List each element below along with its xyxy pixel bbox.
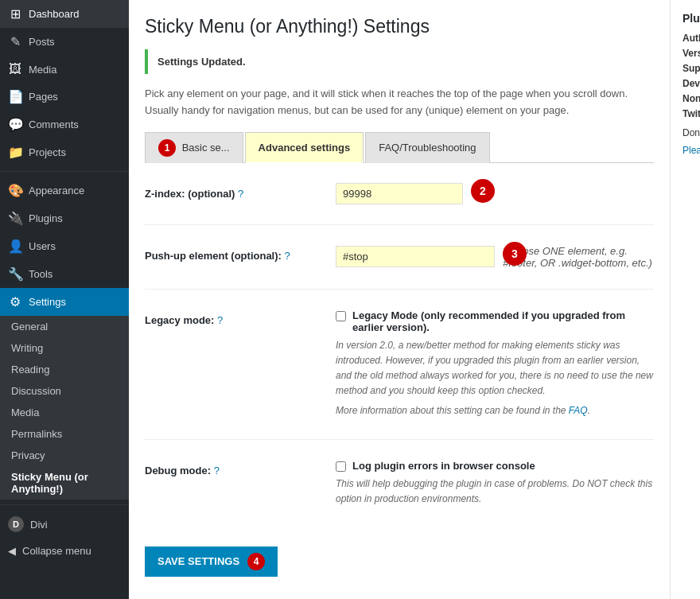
debug-help-link[interactable]: ? bbox=[214, 465, 220, 476]
plugin-version-row: Versi bbox=[682, 48, 700, 59]
sidebar-item-appearance[interactable]: 🎨 Appearance bbox=[0, 177, 129, 204]
legacy-checkbox-row: Legacy Mode (only recommended if you upg… bbox=[336, 309, 654, 333]
pushup-label: Push-up element (optional): ? bbox=[145, 245, 336, 262]
debug-checkbox-row: Log plugin errors in browser console bbox=[336, 460, 654, 472]
divi-icon: D bbox=[8, 516, 24, 532]
tab-basic-label: Basic se... bbox=[182, 142, 230, 154]
sidebar-item-tools[interactable]: 🔧 Tools bbox=[0, 260, 129, 288]
sidebar-sub-writing[interactable]: Writing bbox=[0, 337, 129, 359]
sidebar-item-media[interactable]: 🖼 Media bbox=[0, 56, 129, 83]
sidebar-item-label: Dashboard bbox=[29, 8, 80, 20]
legacy-label: Legacy mode: ? bbox=[145, 309, 336, 326]
debug-label: Debug mode: ? bbox=[145, 460, 336, 476]
debug-checkbox-label: Log plugin errors in browser console bbox=[352, 460, 535, 472]
collapse-icon: ◀ bbox=[8, 545, 16, 557]
debug-checkbox[interactable] bbox=[336, 461, 346, 472]
debug-field: Log plugin errors in browser console Thi… bbox=[336, 460, 654, 507]
tab-basic-badge: 1 bbox=[158, 139, 176, 157]
sidebar-sub-media[interactable]: Media bbox=[0, 402, 129, 423]
zindex-input[interactable] bbox=[336, 183, 463, 204]
main-area: Sticky Menu (or Anything!) Settings Sett… bbox=[129, 0, 700, 599]
sidebar-sub-discussion[interactable]: Discussion bbox=[0, 380, 129, 402]
legacy-checkbox[interactable] bbox=[336, 311, 346, 321]
notice-text: Settings Updated. bbox=[158, 56, 246, 68]
save-badge: 4 bbox=[247, 553, 265, 570]
content-area: Sticky Menu (or Anything!) Settings Sett… bbox=[129, 0, 670, 599]
sidebar-item-dashboard[interactable]: ⊞ Dashboard bbox=[0, 0, 129, 28]
tab-faq[interactable]: FAQ/Troubleshooting bbox=[365, 132, 489, 163]
sidebar-item-label: Plugins bbox=[29, 212, 63, 224]
legacy-help-link[interactable]: ? bbox=[217, 314, 223, 326]
plugins-icon: 🔌 bbox=[8, 211, 22, 226]
media-icon: 🖼 bbox=[8, 62, 22, 76]
sidebar-item-pages[interactable]: 📄 Pages bbox=[0, 83, 129, 111]
collapse-label: Collapse menu bbox=[22, 545, 91, 557]
pushup-row: Push-up element (optional): ? 3 (choose … bbox=[145, 245, 654, 290]
projects-icon: 📁 bbox=[8, 145, 22, 160]
sidebar-item-label: Tools bbox=[29, 268, 52, 280]
debug-description: This will help debugging the plugin in c… bbox=[336, 476, 654, 507]
plugin-non-row: Non- bbox=[682, 93, 700, 104]
zindex-field: 2 bbox=[336, 183, 654, 204]
sidebar-collapse[interactable]: ◀ Collapse menu bbox=[0, 539, 129, 563]
pushup-input[interactable] bbox=[336, 246, 495, 267]
sidebar-item-posts[interactable]: ✎ Posts bbox=[0, 28, 129, 56]
legacy-checkbox-label: Legacy Mode (only recommended if you upg… bbox=[352, 309, 654, 333]
sidebar-item-label: Users bbox=[29, 240, 56, 252]
pushup-label-text: Push-up element (optional): bbox=[145, 250, 282, 262]
sidebar-item-label: Divi bbox=[30, 519, 48, 531]
zindex-label: Z-index: (optional) ? bbox=[145, 183, 336, 200]
legacy-description2: More information about this setting can … bbox=[336, 403, 654, 418]
sidebar-sub-general[interactable]: General bbox=[0, 316, 129, 337]
pushup-help-link[interactable]: ? bbox=[285, 250, 290, 262]
tab-advanced[interactable]: Advanced settings bbox=[245, 132, 364, 163]
legacy-desc-text: In version 2.0, a new/better method for … bbox=[336, 340, 653, 397]
zindex-badge: 2 bbox=[471, 179, 495, 203]
save-settings-button[interactable]: SAVE SETTINGS 4 bbox=[145, 546, 278, 577]
settings-icon: ⚙ bbox=[8, 294, 22, 309]
sidebar-sub-reading[interactable]: Reading bbox=[0, 359, 129, 380]
tab-faq-label: FAQ/Troubleshooting bbox=[379, 142, 476, 154]
sidebar-item-projects[interactable]: 📁 Projects bbox=[0, 138, 129, 166]
plugin-panel-title: Plug bbox=[682, 12, 700, 25]
legacy-label-text: Legacy mode: bbox=[145, 314, 214, 326]
legacy-row: Legacy mode: ? Legacy Mode (only recomme… bbox=[145, 309, 654, 440]
plugin-author-row: Auth bbox=[682, 33, 700, 44]
sidebar-sub-privacy[interactable]: Privacy bbox=[0, 445, 129, 466]
pushup-badge: 3 bbox=[503, 242, 527, 266]
pages-icon: 📄 bbox=[8, 89, 22, 104]
sidebar-item-label: Media bbox=[29, 64, 56, 76]
right-panel: Plug Auth Versi Supp Deve Non- Twitt Don… bbox=[670, 0, 700, 599]
sidebar-item-plugins[interactable]: 🔌 Plugins bbox=[0, 204, 129, 232]
legacy-description: In version 2.0, a new/better method for … bbox=[336, 338, 654, 399]
sidebar-sub-sticky-menu[interactable]: Sticky Menu (or Anything!) bbox=[0, 466, 129, 500]
posts-icon: ✎ bbox=[8, 34, 22, 49]
pushup-field: 3 (choose ONE element, e.g. #footer, OR … bbox=[336, 245, 654, 269]
plugin-dev-row: Deve bbox=[682, 78, 700, 89]
sidebar-item-label: Projects bbox=[29, 146, 66, 158]
legacy-field: Legacy Mode (only recommended if you upg… bbox=[336, 309, 654, 419]
settings-notice: Settings Updated. bbox=[145, 49, 654, 74]
sidebar-sub-permalinks[interactable]: Permalinks bbox=[0, 423, 129, 445]
tools-icon: 🔧 bbox=[8, 266, 22, 282]
faq-link[interactable]: FAQ bbox=[569, 405, 588, 416]
debug-label-text: Debug mode: bbox=[145, 465, 211, 476]
users-icon: 👤 bbox=[8, 239, 22, 254]
zindex-label-text: Z-index: (optional) bbox=[145, 188, 235, 200]
plugin-donate-row: Dona bbox=[682, 127, 700, 138]
sidebar-item-label: Pages bbox=[29, 91, 58, 103]
sidebar-item-label: Appearance bbox=[29, 185, 84, 196]
plugin-please-row: Please bbox=[682, 145, 700, 156]
sidebar-item-comments[interactable]: 💬 Comments bbox=[0, 111, 129, 138]
please-link[interactable]: Please bbox=[682, 145, 700, 156]
tabs-row: 1 Basic se... Advanced settings FAQ/Trou… bbox=[145, 131, 654, 163]
tab-basic[interactable]: 1 Basic se... bbox=[145, 132, 243, 163]
sidebar-item-divi[interactable]: D Divi bbox=[0, 510, 129, 539]
zindex-row: Z-index: (optional) ? 2 bbox=[145, 183, 654, 225]
sidebar-item-users[interactable]: 👤 Users bbox=[0, 232, 129, 260]
sidebar-item-label: Posts bbox=[29, 36, 55, 48]
zindex-help-link[interactable]: ? bbox=[238, 188, 243, 200]
sidebar-item-label: Settings bbox=[29, 296, 66, 308]
sidebar-item-settings[interactable]: ⚙ Settings bbox=[0, 288, 129, 316]
comments-icon: 💬 bbox=[8, 117, 22, 132]
